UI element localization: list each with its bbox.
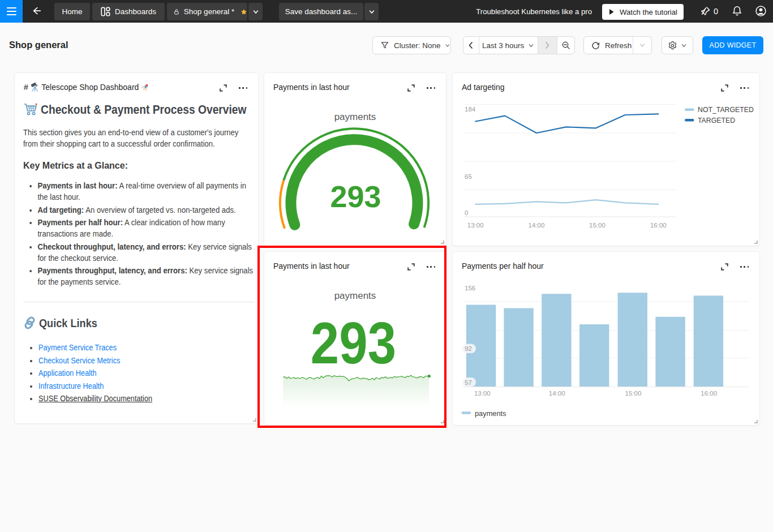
- svg-text:65: 65: [465, 173, 472, 180]
- svg-text:57: 57: [465, 379, 472, 386]
- svg-text:156: 156: [465, 285, 475, 291]
- svg-text:293: 293: [330, 179, 381, 213]
- svg-text:payments: payments: [475, 409, 506, 418]
- svg-text:16:00: 16:00: [701, 390, 717, 397]
- svg-text:13:00: 13:00: [474, 390, 491, 397]
- svg-text:0: 0: [465, 209, 468, 216]
- svg-text:13:00: 13:00: [467, 222, 484, 229]
- svg-text:15:00: 15:00: [625, 390, 642, 397]
- svg-text:NOT_TARGETED: NOT_TARGETED: [698, 106, 754, 114]
- svg-text:TARGETED: TARGETED: [698, 117, 735, 125]
- svg-text:15:00: 15:00: [589, 222, 605, 229]
- svg-text:14:00: 14:00: [549, 390, 565, 397]
- svg-text:184: 184: [465, 106, 476, 113]
- svg-text:16:00: 16:00: [650, 222, 667, 229]
- svg-text:14:00: 14:00: [529, 222, 545, 229]
- svg-text:92: 92: [465, 345, 472, 352]
